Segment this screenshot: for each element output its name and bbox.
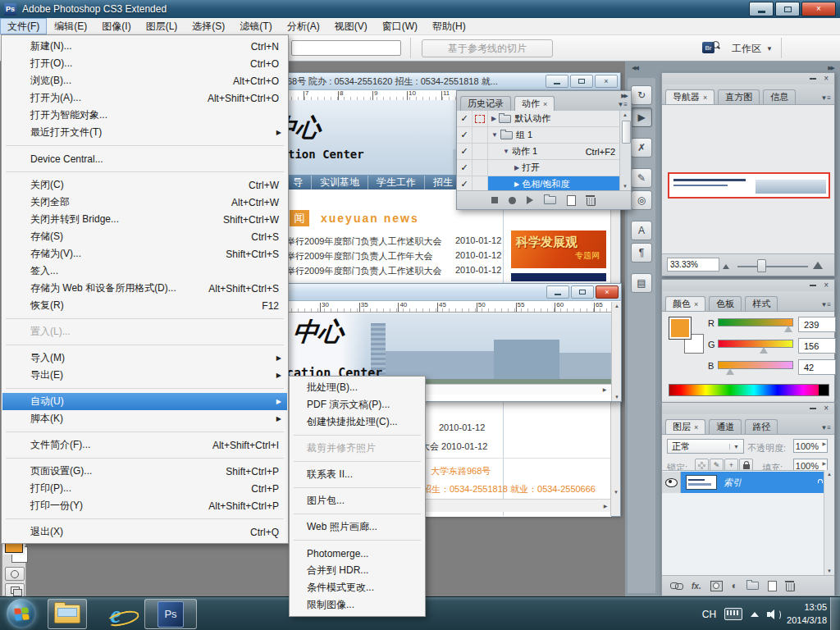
menu-item[interactable]: 新建(N)...Ctrl+N [2, 38, 287, 55]
actions-scrollbar[interactable]: ▲ ▼ [619, 111, 631, 190]
start-button[interactable] [7, 599, 36, 628]
menu-item[interactable]: 打印一份(Y)Alt+Shift+Ctrl+P [2, 497, 287, 514]
tab-close-icon[interactable]: × [694, 423, 698, 431]
menu-item[interactable]: 关闭(C)Ctrl+W [2, 176, 287, 194]
palette-menu-icon[interactable]: ▼≡ [820, 424, 831, 431]
menubar-item[interactable]: 帮助(H) [425, 18, 473, 34]
workspace-dropdown[interactable]: 工作区 ▼ [732, 42, 773, 56]
navbar-item[interactable]: 学生工作 [368, 176, 425, 189]
scrollbar-thumb[interactable] [622, 121, 631, 144]
news-line[interactable]: 举行2009年度部门负责人工作述职大会2010-01-12 [285, 235, 501, 248]
scroll-up-icon[interactable]: ▲ [621, 112, 629, 117]
opacity-field[interactable]: 100% ▶ [793, 439, 828, 453]
window-close-button[interactable]: × [801, 2, 836, 16]
news-line[interactable]: 举行2009年度部门负责人工作述职大会2010-01-12 [285, 265, 501, 277]
action-modal-cell[interactable] [472, 111, 488, 126]
panel-close-icon[interactable]: × [824, 404, 829, 413]
menubar-item[interactable]: 文件(F) [0, 18, 47, 34]
menu-item[interactable]: 关闭全部Alt+Ctrl+W [2, 194, 287, 211]
panel-tab[interactable]: 通道 [709, 419, 742, 434]
channel-slider-thumb[interactable] [784, 326, 792, 332]
brushes-palette-icon[interactable]: ✎ [631, 168, 652, 188]
scroll-right-icon[interactable]: ▶ [601, 503, 609, 509]
app-titlebar[interactable]: Ps Adobe Photoshop CS3 Extended × [0, 0, 840, 18]
stop-icon[interactable] [491, 197, 498, 203]
panel-tab[interactable]: 历史记录 [460, 96, 511, 111]
doc-maximize-button[interactable] [570, 75, 593, 88]
menubar-item[interactable]: 编辑(E) [47, 18, 94, 34]
panel-close-icon[interactable]: × [824, 75, 829, 83]
doc-minimize-button[interactable] [546, 75, 568, 88]
new-group-icon[interactable] [746, 582, 759, 590]
record-icon[interactable] [509, 197, 516, 204]
channel-value-field[interactable]: 156 [798, 338, 836, 354]
action-row[interactable]: ✓▼动作 1Ctrl+F2 [457, 144, 620, 160]
paragraph-palette-icon[interactable]: ¶ [631, 243, 652, 262]
channel-slider-thumb[interactable] [726, 368, 734, 375]
color-spectrum-ramp[interactable] [669, 384, 829, 396]
menubar-item[interactable]: 窗口(W) [375, 18, 425, 34]
visibility-cell[interactable] [662, 472, 681, 493]
panel-minimize-icon[interactable] [810, 285, 816, 286]
menu-item[interactable]: 浏览(B)...Alt+Ctrl+O [2, 72, 287, 89]
menu-item[interactable]: 存储(S)Ctrl+S [2, 228, 287, 245]
news-line[interactable]: 举行2009年度部门负责人工作年大会2010-01-12 [285, 250, 501, 262]
window-minimize-button[interactable] [749, 2, 774, 16]
menu-item[interactable]: 打开为(A)...Alt+Shift+Ctrl+O [2, 89, 287, 107]
link-layers-icon[interactable] [670, 582, 682, 589]
expander-closed-icon[interactable]: ▶ [514, 180, 519, 188]
menu-item[interactable]: 脚本(K)▶ [2, 410, 287, 427]
action-row[interactable]: ✓▶默认动作 [457, 111, 620, 127]
taskbar-ie-button[interactable]: e [98, 600, 133, 629]
menu-item[interactable]: 退出(X)Ctrl+Q [2, 523, 287, 541]
channel-slider-thumb[interactable] [760, 347, 768, 354]
collapse-left-icon[interactable]: ◀◀ [632, 65, 637, 71]
show-desktop-button[interactable] [830, 597, 840, 630]
spinner-icon[interactable]: ▶ [822, 441, 826, 446]
menu-item[interactable]: 图片包... [290, 492, 424, 509]
menu-item[interactable]: 条件模式更改... [290, 579, 424, 596]
menu-item[interactable]: 关闭并转到 Bridge...Shift+Ctrl+W [2, 211, 287, 228]
screen-mode-button[interactable] [5, 583, 25, 597]
foreground-color-swatch[interactable] [669, 317, 692, 340]
menu-item[interactable]: 打开(O)...Ctrl+O [2, 55, 287, 72]
action-check-cell[interactable]: ✓ [457, 127, 472, 143]
layers-scrollbar[interactable]: ▲ ▼ [824, 470, 834, 575]
palette-menu-icon[interactable]: ▼≡ [820, 301, 831, 308]
tool-presets-icon[interactable]: ✗ [631, 138, 652, 158]
scroll-down-icon[interactable]: ▼ [621, 184, 629, 189]
keyboard-icon[interactable] [724, 608, 742, 620]
doc-close-button[interactable]: × [596, 285, 619, 299]
layer-row-selected[interactable]: 索引 [662, 472, 824, 493]
panel-tab[interactable]: 图层× [665, 419, 705, 434]
layer-comps-icon[interactable]: ▤ [631, 273, 652, 293]
menu-item[interactable]: 页面设置(G)...Shift+Ctrl+P [2, 463, 287, 480]
menu-item[interactable]: 导出(E)▶ [2, 367, 287, 384]
taskbar-photoshop-button[interactable]: Ps [144, 599, 197, 629]
channel-slider-track[interactable] [718, 340, 793, 348]
menu-item[interactable]: 创建快捷批处理(C)... [290, 413, 424, 431]
tab-close-icon[interactable]: × [694, 300, 698, 308]
action-modal-cell[interactable] [472, 160, 488, 176]
layer-thumbnail[interactable] [686, 475, 717, 490]
menu-item[interactable]: Photomerge... [290, 545, 424, 562]
menubar-item[interactable]: 滤镜(T) [232, 18, 279, 34]
menu-item[interactable]: 自动(U)▶ [2, 393, 287, 410]
scroll-up-icon[interactable]: ▲ [613, 304, 621, 308]
menubar-item[interactable]: 图层(L) [139, 18, 185, 34]
menu-item[interactable]: 恢复(R)F12 [2, 297, 287, 314]
action-row[interactable]: ✓▼组 1 [457, 127, 620, 144]
panel-minimize-icon[interactable] [810, 78, 816, 80]
black-swatch[interactable] [819, 385, 829, 395]
panel-close-icon[interactable]: × [824, 281, 829, 290]
scroll-up-icon[interactable]: ▲ [825, 472, 833, 477]
action-check-cell[interactable]: ✓ [457, 160, 472, 176]
action-check-cell[interactable]: ✓ [457, 176, 472, 190]
play-icon[interactable] [527, 196, 533, 204]
menu-item[interactable]: 联系表 II... [290, 466, 424, 483]
menubar-item[interactable]: 图像(I) [94, 18, 138, 34]
input-language-indicator[interactable]: CH [702, 609, 716, 620]
go-to-bridge-button[interactable]: Br [702, 40, 724, 55]
menu-item[interactable]: 导入(M)▶ [2, 349, 287, 367]
tab-close-icon[interactable]: × [703, 94, 707, 102]
